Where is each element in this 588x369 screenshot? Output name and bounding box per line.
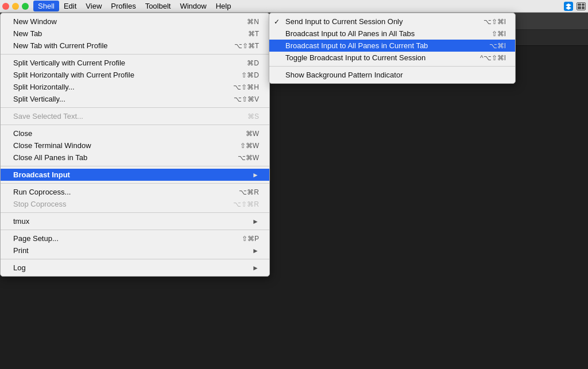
divider-1 (1, 54, 269, 55)
menu-broadcast-input[interactable]: Broadcast Input ► (1, 169, 269, 181)
menu-help[interactable]: Help (211, 1, 236, 11)
sub-show-background-pattern[interactable]: Show Background Pattern Indicator (269, 69, 515, 81)
maximize-traffic-light[interactable] (22, 3, 29, 10)
menu-run-coprocess[interactable]: Run Coprocess... ⌥⌘R (1, 186, 269, 198)
menu-page-setup[interactable]: Page Setup... ⇧⌘P (1, 232, 269, 244)
window-manager-icon (577, 2, 586, 10)
sub-broadcast-current-tab[interactable]: Broadcast Input to All Panes in Current … (269, 40, 515, 52)
menu-split-vertically[interactable]: Split Vertically with Current Profile ⌘D (1, 57, 269, 69)
traffic-lights (2, 3, 29, 10)
menu-stop-coprocess[interactable]: Stop Coprocess ⌥⇧⌘R (1, 198, 269, 210)
menu-profiles[interactable]: Profiles (106, 1, 140, 11)
menu-view[interactable]: View (81, 1, 106, 11)
divider-7 (1, 230, 269, 230)
divider-2 (1, 107, 269, 108)
menu-new-tab-current-profile[interactable]: New Tab with Current Profile ⌥⇧⌘T (1, 40, 269, 52)
divider-4 (1, 166, 269, 166)
divider-8 (1, 259, 269, 259)
close-traffic-light[interactable] (2, 3, 9, 10)
shell-dropdown-menu: New Window ⌘N New Tab ⌘T New Tab with Cu… (0, 13, 270, 277)
sub-broadcast-all-tabs[interactable]: Broadcast Input to All Panes in All Tabs… (269, 28, 515, 40)
checkmark-broadcast-all (274, 30, 283, 38)
menu-close-terminal-window[interactable]: Close Terminal Window ⇧⌘W (1, 139, 269, 152)
sub-toggle-broadcast[interactable]: Toggle Broadcast Input to Current Sessio… (269, 52, 515, 64)
menu-right-icons (564, 2, 586, 11)
checkmark-bg-pattern (274, 71, 283, 79)
menu-close[interactable]: Close ⌘W (1, 127, 269, 139)
broadcast-submenu: ✓ Send Input to Current Session Only ⌥⇧⌘… (269, 13, 516, 84)
menu-split-horizontally-dots[interactable]: Split Horizontally... ⌥⇧⌘H (1, 81, 269, 93)
menu-split-vertically-dots[interactable]: Split Vertically... ⌥⇧⌘V (1, 93, 269, 105)
menu-split-horizontally[interactable]: Split Horizontally with Current Profile … (1, 69, 269, 81)
checkmark-broadcast-current (274, 42, 283, 50)
dropbox-icon (564, 2, 573, 11)
menu-window[interactable]: Window (175, 1, 211, 11)
sub-send-current-session[interactable]: ✓ Send Input to Current Session Only ⌥⇧⌘… (269, 15, 515, 28)
menubar: Shell Edit View Profiles Toolbelt Window… (0, 0, 588, 13)
menu-new-window[interactable]: New Window ⌘N (1, 15, 269, 28)
divider-5 (1, 183, 269, 184)
menu-save-selected-text[interactable]: Save Selected Text... ⌘S (1, 110, 269, 122)
sub-divider-1 (269, 66, 515, 67)
menu-log[interactable]: Log ► (1, 262, 269, 274)
menu-shell[interactable]: Shell (33, 1, 59, 11)
menu-tmux[interactable]: tmux ► (1, 215, 269, 227)
minimize-traffic-light[interactable] (12, 3, 19, 10)
menu-print[interactable]: Print ► (1, 244, 269, 257)
menu-edit[interactable]: Edit (59, 1, 81, 11)
checkmark-toggle-broadcast (274, 54, 283, 62)
checkmark-send-current: ✓ (274, 18, 283, 26)
divider-6 (1, 212, 269, 213)
divider-3 (1, 125, 269, 125)
menu-new-tab[interactable]: New Tab ⌘T (1, 28, 269, 40)
menu-close-all-panes[interactable]: Close All Panes in Tab ⌥⌘W (1, 152, 269, 164)
menu-toolbelt[interactable]: Toolbelt (141, 1, 176, 11)
